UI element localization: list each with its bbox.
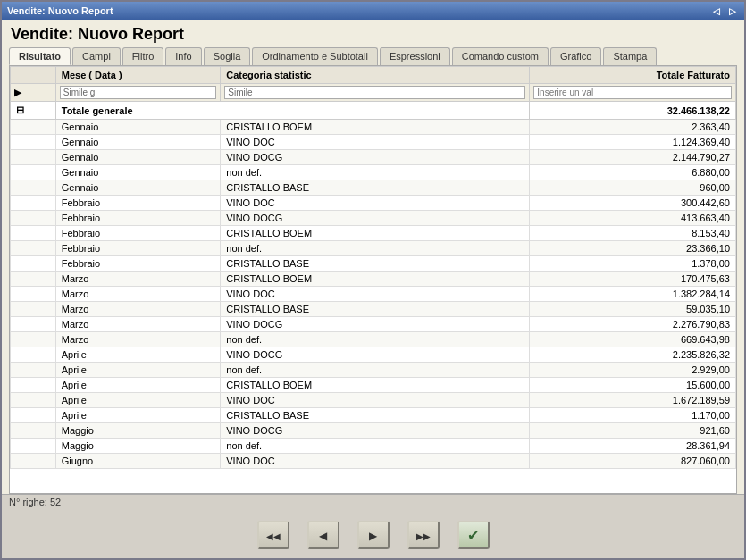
- row-mese: Giugno: [55, 454, 221, 469]
- row-arrow: [11, 347, 56, 363]
- status-bar: N° righe: 52: [2, 494, 744, 512]
- row-arrow: [11, 180, 56, 196]
- row-totale: 6.880,00: [530, 165, 736, 180]
- row-totale: 170.475,63: [530, 272, 736, 287]
- row-arrow: [11, 423, 56, 439]
- row-arrow: [11, 256, 56, 272]
- row-mese: Aprile: [55, 393, 221, 408]
- row-categoria: non def.: [221, 363, 530, 378]
- row-arrow: [11, 135, 56, 150]
- row-totale: 960,00: [530, 180, 736, 196]
- tab-ordinamento[interactable]: Ordinamento e Subtotali: [252, 47, 378, 65]
- table-row: AprileCRISTALLO BOEM15.600,00: [11, 378, 736, 393]
- row-arrow: [11, 408, 56, 423]
- table-row: AprileCRISTALLO BASE1.170,00: [11, 408, 736, 423]
- table-row: MarzoCRISTALLO BOEM170.475,63: [11, 272, 736, 287]
- total-label: Totale generale: [55, 102, 530, 120]
- row-totale: 23.366,10: [530, 241, 736, 256]
- filter-row: ▶: [11, 84, 736, 102]
- row-categoria: non def.: [221, 439, 530, 454]
- filter-totale-input[interactable]: [533, 86, 732, 99]
- table-row: GennaioCRISTALLO BASE960,00: [11, 180, 736, 196]
- row-count: N° righe: 52: [9, 497, 61, 507]
- col-mese-header[interactable]: Mese ( Data ): [55, 67, 221, 84]
- col-totale-header[interactable]: Totale Fatturato: [530, 67, 736, 84]
- table-row: MarzoVINO DOC1.382.284,14: [11, 287, 736, 302]
- row-totale: 669.643,98: [530, 332, 736, 347]
- row-totale: 921,60: [530, 423, 736, 439]
- row-arrow: [11, 226, 56, 241]
- row-categoria: CRISTALLO BOEM: [221, 378, 530, 393]
- tab-campi[interactable]: Campi: [72, 47, 121, 65]
- row-arrow: [11, 439, 56, 454]
- row-categoria: VINO DOCG: [221, 211, 530, 226]
- filter-cat-input[interactable]: [224, 86, 525, 99]
- table-row: Maggionon def.28.361,94: [11, 439, 736, 454]
- first-btn[interactable]: [257, 521, 289, 549]
- filter-cat-cell[interactable]: [221, 84, 530, 102]
- row-totale: 2.235.826,32: [530, 347, 736, 363]
- minimize-btn[interactable]: ◁: [710, 6, 723, 16]
- total-expand-icon[interactable]: ⊟: [11, 102, 56, 120]
- table-wrapper[interactable]: Mese ( Data ) Categoria statistic Totale…: [10, 66, 736, 493]
- row-categoria: VINO DOC: [221, 196, 530, 211]
- row-totale: 28.361,94: [530, 439, 736, 454]
- tab-espressioni[interactable]: Espressioni: [380, 47, 450, 65]
- content-area: Mese ( Data ) Categoria statistic Totale…: [9, 65, 737, 494]
- check-icon: [467, 527, 479, 544]
- filter-mese-input[interactable]: [60, 86, 217, 99]
- row-totale: 59.035,10: [530, 302, 736, 317]
- row-categoria: VINO DOCG: [221, 347, 530, 363]
- row-mese: Febbraio: [55, 196, 221, 211]
- col-arrow-header: [11, 67, 56, 84]
- table-header-row: Mese ( Data ) Categoria statistic Totale…: [11, 67, 736, 84]
- row-mese: Aprile: [55, 408, 221, 423]
- next-btn[interactable]: [357, 521, 390, 549]
- table-row: FebbraioVINO DOC300.442,60: [11, 196, 736, 211]
- row-categoria: CRISTALLO BASE: [221, 408, 530, 423]
- page-title: Vendite: Nuovo Report: [2, 20, 744, 47]
- tab-grafico[interactable]: Grafico: [550, 47, 601, 65]
- data-table: Mese ( Data ) Categoria statistic Totale…: [10, 66, 736, 469]
- last-btn[interactable]: [407, 521, 440, 549]
- table-row: GiugnoVINO DOC827.060,00: [11, 454, 736, 469]
- row-mese: Gennaio: [55, 120, 221, 135]
- row-mese: Marzo: [55, 302, 221, 317]
- tab-filtro[interactable]: Filtro: [122, 47, 163, 65]
- tab-info[interactable]: Info: [165, 47, 201, 65]
- row-categoria: VINO DOC: [221, 287, 530, 302]
- row-mese: Maggio: [55, 423, 221, 439]
- row-totale: 300.442,60: [530, 196, 736, 211]
- row-mese: Gennaio: [55, 135, 221, 150]
- row-arrow: [11, 196, 56, 211]
- tab-risultato[interactable]: Risultato: [9, 47, 71, 65]
- row-arrow: [11, 241, 56, 256]
- table-row: MaggioVINO DOCG921,60: [11, 423, 736, 439]
- table-row: GennaioVINO DOCG2.144.790,27: [11, 150, 736, 165]
- close-btn[interactable]: ▷: [726, 6, 739, 16]
- table-row: MarzoCRISTALLO BASE59.035,10: [11, 302, 736, 317]
- row-totale: 413.663,40: [530, 211, 736, 226]
- tab-stampa[interactable]: Stampa: [603, 47, 657, 65]
- last-icon: [416, 528, 431, 542]
- table-row: Febbraionon def.23.366,10: [11, 241, 736, 256]
- row-categoria: CRISTALLO BOEM: [221, 120, 530, 135]
- table-row: AprileVINO DOC1.672.189,59: [11, 393, 736, 408]
- row-categoria: CRISTALLO BOEM: [221, 272, 530, 287]
- prev-btn[interactable]: [307, 521, 339, 549]
- filter-totale-cell[interactable]: [530, 84, 736, 102]
- row-totale: 1.672.189,59: [530, 393, 736, 408]
- confirm-btn[interactable]: [457, 521, 490, 549]
- row-arrow: [11, 332, 56, 347]
- tab-comando[interactable]: Comando custom: [452, 47, 549, 65]
- filter-mese-cell[interactable]: [55, 84, 221, 102]
- row-categoria: VINO DOCG: [221, 423, 530, 439]
- row-categoria: VINO DOC: [221, 393, 530, 408]
- row-arrow: [11, 302, 56, 317]
- row-mese: Aprile: [55, 363, 221, 378]
- tab-soglia[interactable]: Soglia: [204, 47, 251, 65]
- row-categoria: VINO DOC: [221, 454, 530, 469]
- col-cat-header[interactable]: Categoria statistic: [221, 67, 530, 84]
- row-totale: 2.363,40: [530, 120, 736, 135]
- first-icon: [266, 528, 281, 542]
